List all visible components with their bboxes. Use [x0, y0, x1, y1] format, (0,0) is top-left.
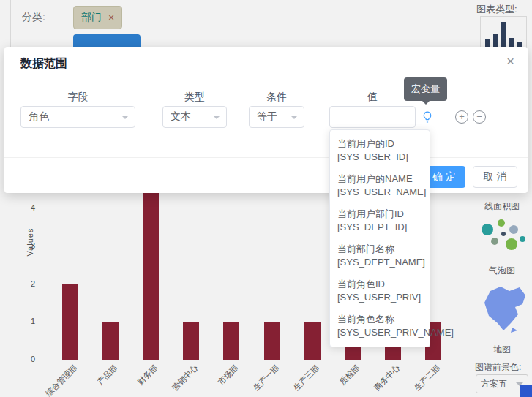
macro-item-name: 当前角色名称: [337, 313, 422, 326]
macro-item-code: [SYS_DEPT_ID]: [337, 221, 422, 234]
macro-item[interactable]: 当前部门名称[SYS_DEPT_NAME]: [330, 238, 430, 273]
macro-tooltip: 宏变量: [404, 77, 447, 101]
macro-item-code: [SYS_DEPT_NAME]: [337, 256, 422, 269]
type-select[interactable]: 文本: [162, 106, 227, 128]
macro-tooltip-label: 宏变量: [411, 83, 440, 94]
chevron-down-icon: [213, 116, 220, 123]
condition-select[interactable]: 等于: [249, 106, 304, 128]
column-header-value: 值: [329, 91, 416, 104]
macro-item-code: [SYS_USER_PRIV]: [337, 291, 422, 304]
macro-item-name: 当前角色ID: [337, 278, 422, 291]
value-input[interactable]: [329, 106, 416, 128]
data-range-modal: 数据范围 × 字段 类型 条件 值 角色 文本 等于 + − 确 定: [4, 47, 528, 193]
field-select[interactable]: 角色: [20, 106, 135, 128]
field-select-value: 角色: [29, 110, 49, 124]
modal-title: 数据范围: [20, 56, 67, 72]
column-header-field: 字段: [20, 91, 135, 104]
macro-item[interactable]: 当前角色ID[SYS_USER_PRIV]: [330, 273, 430, 309]
condition-select-value: 等于: [257, 110, 277, 124]
type-select-value: 文本: [171, 110, 191, 124]
macro-variable-dropdown: 当前用户的ID[SYS_USER_ID]当前用户的NAME[SYS_USER_N…: [329, 129, 430, 347]
app-screen: 分类: 部门 × 图表类型: 线面积图 气: [0, 0, 532, 397]
close-icon[interactable]: ×: [506, 54, 514, 69]
remove-condition-icon[interactable]: −: [473, 110, 486, 124]
macro-item[interactable]: 当前用户部门ID[SYS_DEPT_ID]: [330, 203, 430, 238]
macro-item-name: 当前用户的NAME: [337, 173, 422, 186]
macro-item-code: [SYS_USER_ID]: [337, 151, 422, 164]
macro-item-name: 当前用户部门ID: [337, 208, 422, 221]
chevron-down-icon: [291, 116, 298, 123]
macro-item-code: [SYS_USER_PRIV_NAME]: [337, 326, 422, 339]
macro-item[interactable]: 当前用户的ID[SYS_USER_ID]: [330, 133, 430, 168]
macro-item-code: [SYS_USER_NAME]: [337, 186, 422, 199]
macro-item-name: 当前用户的ID: [337, 137, 422, 151]
macro-item[interactable]: 当前用户的NAME[SYS_USER_NAME]: [330, 168, 430, 203]
chevron-down-icon: [121, 116, 129, 123]
header-divider: [4, 77, 528, 77]
lightbulb-icon[interactable]: [422, 111, 433, 123]
add-condition-icon[interactable]: +: [455, 110, 468, 124]
macro-item-name: 当前部门名称: [337, 243, 422, 256]
column-header-condition: 条件: [249, 91, 304, 104]
cancel-button[interactable]: 取 消: [473, 166, 517, 188]
macro-item[interactable]: 当前角色名称[SYS_USER_PRIV_NAME]: [330, 309, 430, 344]
footer-divider: [4, 157, 528, 158]
column-header-type: 类型: [162, 91, 227, 104]
